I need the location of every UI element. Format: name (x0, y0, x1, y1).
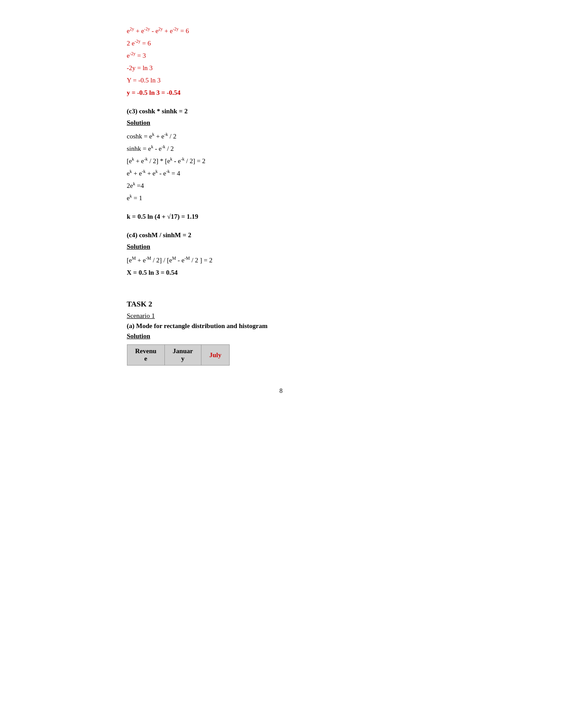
part-a-label: (a) Mode for rectangle distribution and … (127, 322, 435, 330)
c4-heading: (c4) coshM / sinhM = 2 (127, 230, 435, 240)
page-number: 8 (127, 388, 435, 395)
c4-result-line: X = 0.5 ln 3 = 0.54 (127, 267, 435, 278)
math-line-6: y = -0.5 ln 3 = -0.54 (127, 87, 435, 98)
c3-line-6: ek = 1 (127, 193, 435, 203)
c3-line-2: sinhk = ek - e-k / 2 (127, 143, 435, 154)
math-line-3: e-2y = 3 (127, 50, 435, 61)
c3-section: (c3) coshk * sinhk = 2 Solution coshk = … (127, 106, 435, 203)
table-header-july: July (201, 345, 230, 366)
task2-section: TASK 2 Scenario 1 (a) Mode for rectangle… (127, 300, 435, 366)
math-line-5: Y = -0.5 ln 3 (127, 75, 435, 86)
c3-line-5: 2ek =4 (127, 180, 435, 191)
revenue-table: Revenue January July (127, 344, 230, 366)
c3-result-line: k = 0.5 ln (4 + √17) = 1.19 (127, 211, 435, 222)
page-content: e2y + e-2y - e2y + e-2y = 6 2 e-2y = 6 e… (127, 26, 435, 395)
c4-solution-label: Solution (127, 243, 435, 250)
math-lines-section: e2y + e-2y - e2y + e-2y = 6 2 e-2y = 6 e… (127, 26, 435, 98)
math-line-1: e2y + e-2y - e2y + e-2y = 6 (127, 26, 435, 36)
task2-solution-label: Solution (127, 332, 435, 340)
c3-line-4: ek + e-k + ek - e-k = 4 (127, 168, 435, 179)
c3-line-3: [ek + e-k / 2] * [ek - e-k / 2] = 2 (127, 156, 435, 166)
c4-section: (c4) coshM / sinhM = 2 Solution [eM + e-… (127, 230, 435, 278)
c3-heading: (c3) coshk * sinhk = 2 (127, 106, 435, 116)
c3-solution-label: Solution (127, 119, 435, 127)
scenario-label: Scenario 1 (127, 312, 435, 320)
task2-heading: TASK 2 (127, 300, 435, 309)
c3-result-section: k = 0.5 ln (4 + √17) = 1.19 (127, 211, 435, 222)
c3-line-1: coshk = ek + e-k / 2 (127, 131, 435, 142)
c4-line-1: [eM + e-M / 2] / [eM - e-M / 2 ] = 2 (127, 255, 435, 265)
math-line-2: 2 e-2y = 6 (127, 38, 435, 49)
table-header-january: January (164, 345, 201, 366)
table-header-revenue: Revenue (127, 345, 164, 366)
math-line-4: -2y = ln 3 (127, 63, 435, 73)
